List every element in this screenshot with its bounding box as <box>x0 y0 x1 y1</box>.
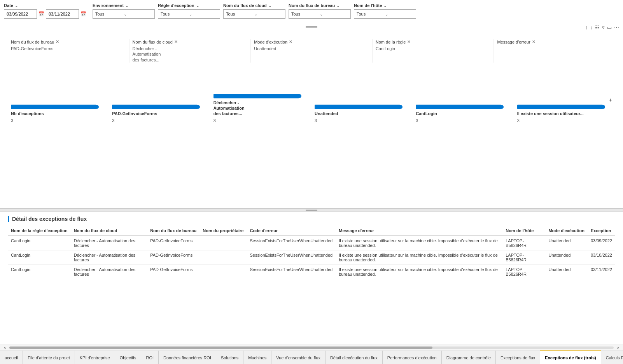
desktop-flow-dropdown[interactable]: Tous ⌄ <box>289 9 351 19</box>
bar-label-1: PAD-GetInvoiceForms <box>112 111 157 116</box>
td-desktop-flow-1: PAD-GetInvoiceForms <box>147 250 200 265</box>
calendar-to-icon[interactable]: 📅 <box>80 11 86 17</box>
th-rule: Nom de la règle d'exception <box>8 226 71 236</box>
error-msg-close-icon[interactable]: ✕ <box>532 39 536 44</box>
tab-vue-flux[interactable]: Vue d'ensemble du flux <box>271 350 326 364</box>
chart-column-headers: Nom du flux de bureau ✕ PAD-GetInvoiceFo… <box>8 39 615 63</box>
bar-track-3[interactable] <box>315 105 400 109</box>
rule-name-col-value: CantLogin <box>376 46 491 51</box>
copy-icon[interactable]: ▭ <box>607 24 612 30</box>
th-exception: Exception <box>588 226 615 236</box>
environment-dropdown[interactable]: Tous ⌄ <box>93 9 155 19</box>
td-exception-0: 03/09/2022 <box>588 236 615 250</box>
cloud-flow-dropdown[interactable]: Tous ⌄ <box>223 9 285 19</box>
exec-mode-close-icon[interactable]: ✕ <box>289 39 292 44</box>
tab-solutions[interactable]: Solutions <box>216 350 243 364</box>
sort-desc-icon[interactable]: ↓ <box>590 24 593 30</box>
bar-count-0: 3 <box>11 118 13 123</box>
add-column-icon[interactable]: + <box>609 97 612 103</box>
host-filter-label: Nom de l'hôte ⌄ <box>354 3 416 8</box>
td-rule-0: CantLogin <box>8 236 71 250</box>
bar-label-4: CantLogin <box>416 111 437 116</box>
td-cloud-flow-1: Déclencher - Automatisation des factures <box>71 250 147 265</box>
host-label-text: Nom de l'hôte <box>354 3 382 8</box>
tab-diagramme[interactable]: Diagramme de contrôle <box>442 350 496 364</box>
exception-rule-filter-label: Règle d'exception ⌄ <box>158 3 220 8</box>
table-header-row: Nom de la règle d'exception Nom du flux … <box>8 226 615 236</box>
bar-track-0[interactable] <box>11 105 96 109</box>
exception-rule-label-text: Règle d'exception <box>158 3 194 8</box>
bar-count-4: 3 <box>416 118 418 123</box>
td-cloud-flow-0: Déclencher - Automatisation des factures <box>71 236 147 250</box>
env-chevron-icon: ⌄ <box>125 4 128 8</box>
bar-label-0: Nb d'exceptions <box>11 111 44 116</box>
cloud-flow-filter-label: Nom du flux de cloud ⌄ <box>223 3 285 8</box>
cloud-flow-col-label: Nom du flux de cloud <box>133 40 173 44</box>
h-scroll-divider <box>0 209 623 212</box>
td-mode-0: Unattended <box>545 236 587 250</box>
filter-bar: Date ⌄ 📅 📅 Environnement ⌄ Tous ⌄ Règle … <box>0 0 623 22</box>
filter-icon[interactable]: ▿ <box>602 24 605 30</box>
bar-col-5: + Il existe une session utilisateur... 3 <box>514 105 615 122</box>
td-error-msg-2: Il existe une session utilisateur sur la… <box>336 265 502 279</box>
tab-exceptions-flux[interactable]: Exceptions de flux <box>496 350 540 364</box>
td-error-code-2: SessionExistsForTheUserWhenUnattended <box>247 265 336 279</box>
chart-col-exec-mode-header: Mode d'exécution ✕ <box>254 39 369 44</box>
bar-col-4: CantLogin 3 <box>413 105 514 122</box>
bar-col-3: Unattended 3 <box>312 105 413 122</box>
chart-toolbar: ↑ ↓ ☷ ▿ ▭ ⋯ <box>585 24 619 30</box>
date-to-input[interactable] <box>46 9 79 19</box>
bar-track-wrapper-0 <box>11 105 106 109</box>
host-dd-arrow-icon: ⌄ <box>385 12 413 16</box>
tab-roi[interactable]: ROI <box>141 350 159 364</box>
tab-objectifs[interactable]: Objectifs <box>115 350 142 364</box>
tab-detail-exec[interactable]: Détail d'exécution du flux <box>326 350 383 364</box>
td-exception-1: 03/10/2022 <box>588 250 615 265</box>
bar-track-5[interactable] <box>517 105 603 109</box>
cloud-flow-close-icon[interactable]: ✕ <box>174 39 178 44</box>
cloud-flow-col-value: Déclencher -Automatisationdes factures..… <box>133 46 248 63</box>
desktop-flow-dd-arrow-icon: ⌄ <box>320 12 348 16</box>
desktop-flow-col-value: PAD-GetInvoiceForms <box>11 46 126 51</box>
date-from-input[interactable] <box>4 9 37 19</box>
bar-track-wrapper-2 <box>214 94 308 98</box>
bar-count-3: 3 <box>315 118 317 123</box>
cloud-flow-filter-group: Nom du flux de cloud ⌄ Tous ⌄ <box>223 3 285 19</box>
scroll-right-arrow[interactable]: > <box>617 345 619 350</box>
hscroll-thumb[interactable] <box>9 346 432 349</box>
bar-track-2[interactable] <box>214 94 299 98</box>
hscroll-track[interactable] <box>9 346 613 349</box>
tab-accueil[interactable]: accueil <box>0 350 23 364</box>
exception-rule-dropdown[interactable]: Tous ⌄ <box>158 9 220 19</box>
date-filter-group: Date ⌄ 📅 📅 <box>4 3 89 19</box>
bar-track-1[interactable] <box>112 105 198 109</box>
th-desktop-flow: Nom du flux de bureau <box>147 226 200 236</box>
tab-donnees-roi[interactable]: Données financières ROI <box>159 350 216 364</box>
chart-col-error-msg-header: Message d'erreur ✕ <box>497 39 612 44</box>
tab-perf-exec[interactable]: Performances d'exécution <box>383 350 442 364</box>
date-input-row: 📅 📅 <box>4 9 89 19</box>
bar-track-wrapper-3 <box>315 105 410 109</box>
environment-value: Tous <box>95 12 124 16</box>
tab-calculs-roi[interactable]: Calculs ROI <box>601 350 623 364</box>
host-value: Tous <box>357 12 385 16</box>
tab-exceptions-trois[interactable]: Exceptions de flux (trois) <box>540 350 601 364</box>
bar-track-4[interactable] <box>416 105 501 109</box>
hierarchy-icon[interactable]: ☷ <box>595 24 600 30</box>
tab-machines[interactable]: Machines <box>243 350 271 364</box>
desktop-flow-close-icon[interactable]: ✕ <box>56 39 59 44</box>
chart-col-cloud-flow-header: Nom du flux de cloud ✕ <box>133 39 248 44</box>
scroll-left-arrow[interactable]: < <box>4 345 6 350</box>
sort-asc-icon[interactable]: ↑ <box>585 24 588 30</box>
calendar-from-icon[interactable]: 📅 <box>38 11 44 17</box>
td-host-1: LAPTOP-B5826R4R <box>502 250 545 265</box>
host-dropdown[interactable]: Tous ⌄ <box>354 9 416 19</box>
td-mode-1: Unattended <box>545 250 587 265</box>
environment-filter-label: Environnement ⌄ <box>93 3 155 8</box>
horizontal-scrollbar[interactable]: < > <box>0 345 623 350</box>
rule-name-close-icon[interactable]: ✕ <box>407 39 411 44</box>
more-options-icon[interactable]: ⋯ <box>614 24 619 30</box>
tab-file-attente[interactable]: File d'attente du projet <box>23 350 75 364</box>
tab-kpi[interactable]: KPI d'entreprise <box>75 350 115 364</box>
desktop-flow-chevron-icon: ⌄ <box>336 4 340 8</box>
